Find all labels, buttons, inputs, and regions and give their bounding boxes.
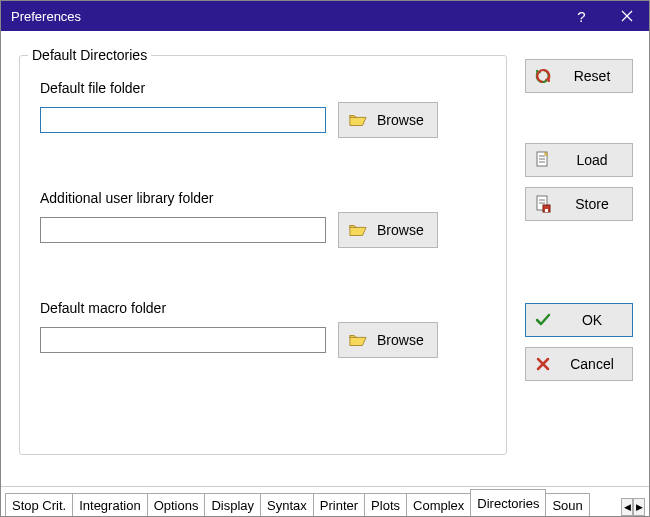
save-icon — [534, 195, 552, 213]
close-button[interactable] — [604, 1, 649, 31]
lib-folder-input[interactable] — [40, 217, 326, 243]
field-macro-folder: Default macro folder Browse — [40, 300, 486, 358]
browse-label: Browse — [377, 112, 427, 128]
triangle-right-icon: ▶ — [636, 502, 643, 512]
tab-directories[interactable]: Directories — [470, 489, 546, 516]
tab-complex[interactable]: Complex — [406, 493, 471, 516]
window-title: Preferences — [11, 9, 559, 24]
help-icon: ? — [577, 8, 585, 25]
right-column: Reset Load Store OK Cancel — [507, 47, 637, 480]
triangle-left-icon: ◀ — [624, 502, 631, 512]
tab-syntax[interactable]: Syntax — [260, 493, 314, 516]
ok-button[interactable]: OK — [525, 303, 633, 337]
store-button[interactable]: Store — [525, 187, 633, 221]
macro-folder-browse-button[interactable]: Browse — [338, 322, 438, 358]
document-icon — [534, 151, 552, 169]
content-area: Default Directories Default file folder … — [1, 31, 649, 480]
tab-options[interactable]: Options — [147, 493, 206, 516]
macro-folder-label: Default macro folder — [40, 300, 486, 316]
file-folder-input[interactable] — [40, 107, 326, 133]
tab-scroll-left-button[interactable]: ◀ — [621, 498, 633, 516]
reset-button[interactable]: Reset — [525, 59, 633, 93]
tab-bar: Stop Crit.IntegrationOptionsDisplaySynta… — [1, 486, 649, 516]
file-folder-browse-button[interactable]: Browse — [338, 102, 438, 138]
cancel-button[interactable]: Cancel — [525, 347, 633, 381]
close-icon — [621, 10, 633, 22]
browse-label: Browse — [377, 332, 427, 348]
field-file-folder: Default file folder Browse — [40, 80, 486, 138]
cancel-label: Cancel — [560, 356, 624, 372]
default-directories-group: Default Directories Default file folder … — [19, 55, 507, 455]
check-icon — [534, 311, 552, 329]
tab-printer[interactable]: Printer — [313, 493, 365, 516]
folder-open-icon — [349, 332, 367, 348]
store-label: Store — [560, 196, 624, 212]
browse-label: Browse — [377, 222, 427, 238]
refresh-icon — [534, 67, 552, 85]
tab-scroll: ◀ ▶ — [621, 498, 645, 516]
lib-folder-browse-button[interactable]: Browse — [338, 212, 438, 248]
reset-label: Reset — [560, 68, 624, 84]
groupbox-legend: Default Directories — [28, 47, 151, 63]
tab-plots[interactable]: Plots — [364, 493, 407, 516]
left-column: Default Directories Default file folder … — [19, 47, 507, 480]
file-folder-label: Default file folder — [40, 80, 486, 96]
tab-scroll-right-button[interactable]: ▶ — [633, 498, 645, 516]
field-lib-folder: Additional user library folder Browse — [40, 190, 486, 248]
tab-soun[interactable]: Soun — [545, 493, 589, 516]
help-button[interactable]: ? — [559, 1, 604, 31]
macro-folder-input[interactable] — [40, 327, 326, 353]
tab-integration[interactable]: Integration — [72, 493, 147, 516]
tab-display[interactable]: Display — [204, 493, 261, 516]
ok-label: OK — [560, 312, 624, 328]
cross-icon — [534, 355, 552, 373]
folder-open-icon — [349, 222, 367, 238]
tab-stop-crit-[interactable]: Stop Crit. — [5, 493, 73, 516]
svg-rect-10 — [545, 209, 548, 212]
title-bar: Preferences ? — [1, 1, 649, 31]
folder-open-icon — [349, 112, 367, 128]
load-label: Load — [560, 152, 624, 168]
load-button[interactable]: Load — [525, 143, 633, 177]
lib-folder-label: Additional user library folder — [40, 190, 486, 206]
